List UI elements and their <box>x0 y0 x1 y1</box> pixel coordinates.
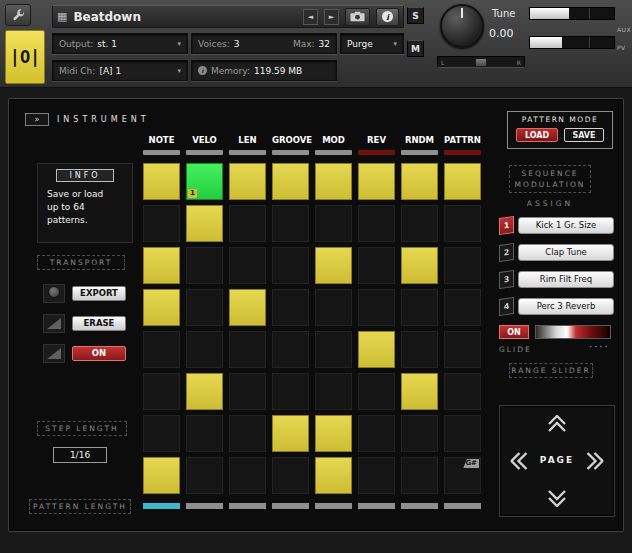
tools-button[interactable] <box>5 4 31 26</box>
column-range-bar-pattrn[interactable] <box>444 503 481 509</box>
transport-on-button[interactable]: ON <box>72 346 126 361</box>
pv-label[interactable]: PV <box>617 44 626 51</box>
glide-on-button[interactable]: ON <box>499 325 529 339</box>
step-cell-r4-rev[interactable] <box>358 289 395 326</box>
step-cell-r2-pattrn[interactable] <box>444 205 481 242</box>
step-cell-r7-groove[interactable] <box>272 415 309 452</box>
step-cell-r1-rndm[interactable] <box>401 163 438 200</box>
slot-value-3[interactable]: Rim Filt Freq <box>518 271 614 288</box>
solo-button[interactable]: S <box>407 7 424 24</box>
snapshot-button[interactable] <box>345 8 370 26</box>
step-cell-r3-pattrn[interactable] <box>444 247 481 284</box>
step-cell-r8-velo[interactable] <box>186 457 223 494</box>
column-bar-len[interactable] <box>229 150 266 155</box>
column-range-bar-groove[interactable] <box>272 503 309 509</box>
step-cell-r2-groove[interactable] <box>272 205 309 242</box>
save-button[interactable]: SAVE <box>564 128 604 142</box>
step-cell-r1-rev[interactable] <box>358 163 395 200</box>
erase-button[interactable]: ERASE <box>72 316 126 331</box>
mute-button[interactable]: M <box>407 40 424 57</box>
step-cell-r1-pattrn[interactable] <box>444 163 481 200</box>
step-cell-r8-mod[interactable] <box>315 457 352 494</box>
step-cell-r4-mod[interactable] <box>315 289 352 326</box>
column-range-bar-rev[interactable] <box>358 503 395 509</box>
step-cell-r1-velo[interactable]: 1 <box>186 163 223 200</box>
step-cell-r6-mod[interactable] <box>315 373 352 410</box>
step-cell-r3-len[interactable] <box>229 247 266 284</box>
step-cell-r2-note[interactable] <box>143 205 180 242</box>
previous-instrument-button[interactable]: ◄ <box>303 9 318 25</box>
pan-slider[interactable]: L R <box>437 56 525 68</box>
step-cell-r8-rndm[interactable] <box>401 457 438 494</box>
step-cell-r4-velo[interactable] <box>186 289 223 326</box>
export-button[interactable]: EXPORT <box>72 286 126 301</box>
step-cell-r1-groove[interactable] <box>272 163 309 200</box>
step-cell-r7-mod[interactable] <box>315 415 352 452</box>
pan-handle[interactable] <box>475 58 487 67</box>
column-bar-mod[interactable] <box>315 150 352 155</box>
page-up-icon[interactable] <box>545 415 569 432</box>
step-cell-r8-note[interactable] <box>143 457 180 494</box>
slot-value-1[interactable]: Kick 1 Gr. Size <box>518 217 614 234</box>
tune-knob[interactable] <box>440 4 484 48</box>
step-cell-r6-note[interactable] <box>143 373 180 410</box>
slot-value-2[interactable]: Clap Tune <box>518 244 614 261</box>
column-range-bar-velo[interactable] <box>186 503 223 509</box>
step-cell-r7-pattrn[interactable] <box>444 415 481 452</box>
step-cell-r5-note[interactable] <box>143 331 180 368</box>
instrument-logo-icon[interactable]: |O| <box>5 30 45 84</box>
midi-channel-select[interactable]: Midi Ch: [A] 1 ▾ <box>52 60 188 81</box>
step-cell-r8-rev[interactable] <box>358 457 395 494</box>
column-bar-rev[interactable] <box>358 150 395 155</box>
load-button[interactable]: LOAD <box>516 128 558 142</box>
slot-number-tab-2[interactable]: 2 <box>499 242 514 261</box>
step-cell-r4-rndm[interactable] <box>401 289 438 326</box>
step-length-value[interactable]: 1/16 <box>53 447 107 463</box>
column-bar-note[interactable] <box>143 150 180 155</box>
step-cell-r6-rev[interactable] <box>358 373 395 410</box>
step-cell-r6-velo[interactable] <box>186 373 223 410</box>
column-range-bar-len[interactable] <box>229 503 266 509</box>
step-cell-r4-len[interactable] <box>229 289 266 326</box>
step-cell-r4-pattrn[interactable] <box>444 289 481 326</box>
glide-slider[interactable] <box>535 325 611 339</box>
step-cell-r2-len[interactable] <box>229 205 266 242</box>
slot-number-tab-4[interactable]: 4 <box>499 296 514 315</box>
column-range-bar-rndm[interactable] <box>401 503 438 509</box>
column-range-bar-note[interactable] <box>143 503 180 509</box>
step-cell-r2-rev[interactable] <box>358 205 395 242</box>
step-cell-r3-mod[interactable] <box>315 247 352 284</box>
step-cell-r6-rndm[interactable] <box>401 373 438 410</box>
step-cell-r3-velo[interactable] <box>186 247 223 284</box>
step-cell-r5-mod[interactable] <box>315 331 352 368</box>
step-cell-r5-rev[interactable] <box>358 331 395 368</box>
step-cell-r2-velo[interactable] <box>186 205 223 242</box>
step-cell-r3-groove[interactable] <box>272 247 309 284</box>
instrument-info-button[interactable]: i <box>376 8 399 26</box>
step-cell-r1-len[interactable] <box>229 163 266 200</box>
step-cell-r1-note[interactable] <box>143 163 180 200</box>
step-cell-r5-velo[interactable] <box>186 331 223 368</box>
step-cell-r7-rndm[interactable] <box>401 415 438 452</box>
column-bar-velo[interactable] <box>186 150 223 155</box>
column-bar-rndm[interactable] <box>401 150 438 155</box>
slot-number-tab-3[interactable]: 3 <box>499 269 514 288</box>
step-cell-r8-len[interactable] <box>229 457 266 494</box>
aux-label[interactable]: AUX <box>617 26 631 33</box>
output-select[interactable]: Output: st. 1 ▾ <box>52 33 188 54</box>
step-cell-r7-rev[interactable] <box>358 415 395 452</box>
step-cell-r2-mod[interactable] <box>315 205 352 242</box>
step-cell-r3-note[interactable] <box>143 247 180 284</box>
step-cell-r5-len[interactable] <box>229 331 266 368</box>
next-instrument-button[interactable]: ► <box>324 9 339 25</box>
step-cell-r7-note[interactable] <box>143 415 180 452</box>
step-cell-r4-groove[interactable] <box>272 289 309 326</box>
slot-number-tab-1[interactable]: 1 <box>499 215 514 234</box>
column-bar-pattrn[interactable] <box>444 150 481 155</box>
step-cell-r6-pattrn[interactable] <box>444 373 481 410</box>
column-bar-groove[interactable] <box>272 150 309 155</box>
step-cell-r8-groove[interactable] <box>272 457 309 494</box>
step-cell-r5-rndm[interactable] <box>401 331 438 368</box>
step-cell-r4-note[interactable] <box>143 289 180 326</box>
step-cell-r3-rev[interactable] <box>358 247 395 284</box>
